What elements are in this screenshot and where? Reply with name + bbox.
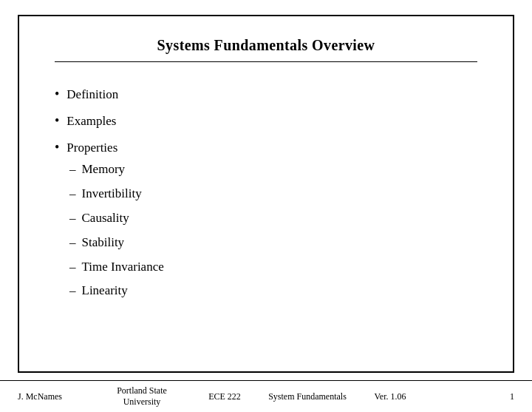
bullet-list: • Definition • Examples • Properties (55, 86, 477, 306)
slide-footer: J. McNames Portland State University ECE… (0, 380, 532, 412)
sub-text: Stability (82, 234, 125, 251)
sub-dash: – (55, 258, 76, 276)
sub-text: Time Invariance (82, 258, 164, 276)
sub-dash: – (55, 161, 76, 178)
list-item: – Memory (55, 161, 477, 178)
footer-course: ECE 222 (183, 391, 266, 402)
list-item: • Properties – Memory – Invertibility (55, 139, 477, 307)
bullet-dot: • (55, 139, 59, 156)
slide-title-block: Systems Fundamentals Overview (55, 37, 477, 62)
sub-dash: – (55, 209, 76, 227)
bullet-dot: • (55, 86, 59, 103)
list-item: – Stability (55, 234, 477, 251)
bullet-dot: • (55, 112, 59, 129)
footer-version: Ver. 1.06 (349, 391, 432, 402)
list-item: – Invertibility (55, 185, 477, 203)
bullet-text: Examples (66, 112, 116, 130)
sub-dash: – (55, 185, 76, 203)
footer-author: J. McNames (18, 391, 100, 402)
bullet-text: Definition (66, 86, 118, 104)
sub-text: Linearity (82, 282, 128, 300)
sub-dash: – (55, 282, 76, 300)
list-item: • Examples (55, 112, 477, 130)
slide-border: Systems Fundamentals Overview • Definiti… (18, 15, 514, 373)
sub-text: Invertibility (82, 185, 142, 203)
sub-text: Causality (82, 209, 129, 227)
footer-page: 1 (432, 391, 514, 402)
slide-title: Systems Fundamentals Overview (157, 37, 375, 53)
footer-subject: System Fundamentals (266, 391, 349, 402)
sub-list: – Memory – Invertibility – Causality (55, 161, 477, 306)
sub-text: Memory (82, 161, 126, 178)
sub-dash: – (55, 234, 76, 251)
slide-content: • Definition • Examples • Properties (55, 75, 477, 351)
footer-university: Portland State University (100, 385, 183, 408)
list-item: – Linearity (55, 282, 477, 300)
list-item: – Time Invariance (55, 258, 477, 276)
slide-container: Systems Fundamentals Overview • Definiti… (0, 0, 532, 380)
list-item: – Causality (55, 209, 477, 227)
bullet-text: Properties (66, 139, 117, 157)
list-item: • Definition (55, 86, 477, 104)
